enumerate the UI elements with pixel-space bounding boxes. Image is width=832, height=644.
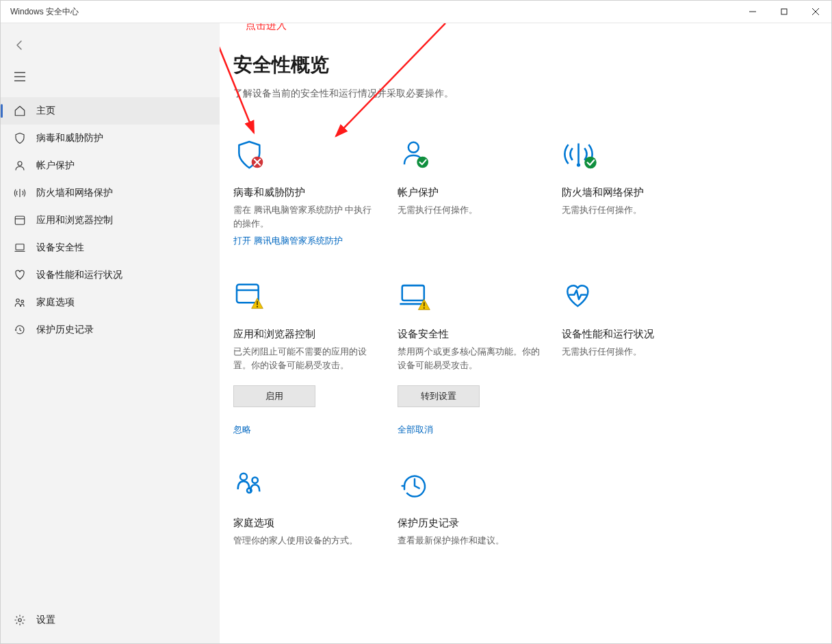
sidebar-item-label: 设备性能和运行状况 xyxy=(36,269,122,281)
device-warning-icon xyxy=(398,280,562,318)
card-firewall[interactable]: 防火墙和网络保护 无需执行任何操作。 xyxy=(562,138,726,247)
card-history[interactable]: 保护历史记录 查看最新保护操作和建议。 xyxy=(398,469,562,548)
sidebar-item-virus[interactable]: 病毒和威胁防护 xyxy=(1,125,220,152)
sidebar-item-device[interactable]: 设备安全性 xyxy=(1,234,220,261)
ignore-link[interactable]: 忽略 xyxy=(233,424,398,436)
sidebar: 主页 病毒和威胁防护 帐户保护 防火墙和网络保护 xyxy=(1,23,220,643)
card-desc: 已关闭阻止可能不需要的应用的设置。你的设备可能易受攻击。 xyxy=(233,345,377,372)
svg-point-33 xyxy=(240,473,247,480)
card-desc: 无需执行任何操作。 xyxy=(562,203,705,217)
sidebar-item-label: 家庭选项 xyxy=(36,296,75,309)
card-virus[interactable]: 病毒和威胁防护 需在 腾讯电脑管家系统防护 中执行的操作。 打开 腾讯电脑管家系… xyxy=(233,138,398,247)
card-desc: 禁用两个或更多核心隔离功能。你的设备可能易受攻击。 xyxy=(398,345,541,372)
health-icon xyxy=(562,280,726,318)
heart-icon xyxy=(13,268,27,282)
goto-settings-button[interactable]: 转到设置 xyxy=(398,385,480,407)
app-window: Windows 安全中心 xyxy=(0,0,832,644)
laptop-icon xyxy=(13,241,27,255)
sidebar-item-settings[interactable]: 设置 xyxy=(1,606,220,634)
card-title: 应用和浏览器控制 xyxy=(233,328,398,341)
card-title: 保护历史记录 xyxy=(398,517,562,530)
network-icon xyxy=(13,186,27,200)
sidebar-item-label: 病毒和威胁防护 xyxy=(36,132,103,144)
window-controls xyxy=(737,1,831,23)
sidebar-item-firewall[interactable]: 防火墙和网络保护 xyxy=(1,179,220,207)
svg-rect-1 xyxy=(781,9,787,14)
svg-point-28 xyxy=(257,306,258,307)
svg-point-12 xyxy=(16,299,20,302)
svg-point-13 xyxy=(21,300,24,303)
page-subtitle: 了解设备当前的安全性和运行情况并采取必要操作。 xyxy=(233,88,818,100)
card-title: 家庭选项 xyxy=(233,517,398,530)
shield-error-icon xyxy=(233,138,398,177)
card-desc: 查看最新保护操作和建议。 xyxy=(398,534,541,548)
sidebar-item-label: 主页 xyxy=(36,105,55,117)
content: 点击进入 安全性概览 了解设备当前的安全性和运行情况并采取必要操作。 xyxy=(220,23,831,643)
svg-point-14 xyxy=(18,619,22,622)
svg-rect-29 xyxy=(402,285,424,300)
sidebar-item-home[interactable]: 主页 xyxy=(1,97,220,125)
annotation-label: 点击进入 xyxy=(246,23,287,32)
sidebar-item-label: 帐户保护 xyxy=(36,159,75,172)
window-title: Windows 安全中心 xyxy=(10,6,79,18)
sidebar-item-label: 应用和浏览器控制 xyxy=(36,214,113,227)
svg-point-34 xyxy=(252,477,258,482)
enable-button[interactable]: 启用 xyxy=(233,385,315,407)
family-icon xyxy=(13,296,27,309)
minimize-button[interactable] xyxy=(737,1,768,23)
card-title: 病毒和威胁防护 xyxy=(233,186,398,199)
svg-point-24 xyxy=(584,157,597,169)
family-big-icon xyxy=(233,469,398,507)
body: 主页 病毒和威胁防护 帐户保护 防火墙和网络保护 xyxy=(1,23,831,643)
svg-rect-25 xyxy=(237,285,259,303)
app-icon xyxy=(13,214,27,227)
account-icon xyxy=(13,159,27,172)
sidebar-item-performance[interactable]: 设备性能和运行状况 xyxy=(1,261,220,289)
sidebar-item-family[interactable]: 家庭选项 xyxy=(1,289,220,316)
sidebar-item-label: 设置 xyxy=(36,614,55,626)
open-tencent-link[interactable]: 打开 腾讯电脑管家系统防护 xyxy=(233,235,398,247)
cards-grid: 病毒和威胁防护 需在 腾讯电脑管家系统防护 中执行的操作。 打开 腾讯电脑管家系… xyxy=(233,138,818,548)
card-title: 设备性能和运行状况 xyxy=(562,328,726,341)
gear-icon xyxy=(13,613,27,627)
history-icon xyxy=(13,323,27,337)
card-title: 防火墙和网络保护 xyxy=(562,186,726,199)
card-desc: 无需执行任何操作。 xyxy=(562,345,705,359)
shield-icon xyxy=(13,131,27,145)
sidebar-item-label: 设备安全性 xyxy=(36,242,84,254)
card-title: 帐户保护 xyxy=(398,186,562,199)
network-ok-icon xyxy=(562,138,726,177)
titlebar: Windows 安全中心 xyxy=(1,1,831,23)
card-desc: 管理你的家人使用设备的方式。 xyxy=(233,534,377,548)
maximize-button[interactable] xyxy=(768,1,800,23)
svg-rect-10 xyxy=(16,244,24,250)
sidebar-item-label: 保护历史记录 xyxy=(36,324,94,336)
svg-point-7 xyxy=(18,162,22,166)
dismiss-all-link[interactable]: 全部取消 xyxy=(398,424,562,436)
sidebar-item-account[interactable]: 帐户保护 xyxy=(1,152,220,179)
card-performance[interactable]: 设备性能和运行状况 无需执行任何操作。 xyxy=(562,280,726,435)
card-appbrowser[interactable]: 应用和浏览器控制 已关闭阻止可能不需要的应用的设置。你的设备可能易受攻击。 启用… xyxy=(233,280,398,435)
card-device[interactable]: 设备安全性 禁用两个或更多核心隔离功能。你的设备可能易受攻击。 转到设置 全部取… xyxy=(398,280,562,435)
card-family[interactable]: 家庭选项 管理你的家人使用设备的方式。 xyxy=(233,469,398,548)
sidebar-item-history[interactable]: 保护历史记录 xyxy=(1,316,220,344)
sidebar-item-appbrowser[interactable]: 应用和浏览器控制 xyxy=(1,207,220,234)
svg-point-35 xyxy=(247,488,252,493)
sidebar-item-label: 防火墙和网络保护 xyxy=(36,187,113,199)
card-account[interactable]: 帐户保护 无需执行任何操作。 xyxy=(398,138,562,247)
svg-line-16 xyxy=(336,23,445,136)
svg-rect-8 xyxy=(15,216,25,224)
card-desc: 需在 腾讯电脑管家系统防护 中执行的操作。 xyxy=(233,203,377,231)
card-title: 设备安全性 xyxy=(398,328,562,341)
history-big-icon xyxy=(398,469,562,507)
home-icon xyxy=(13,104,27,118)
app-warning-icon xyxy=(233,280,398,318)
svg-point-23 xyxy=(577,163,580,166)
back-button[interactable] xyxy=(3,31,36,59)
svg-point-32 xyxy=(424,307,425,309)
menu-button[interactable] xyxy=(3,63,36,90)
account-ok-icon xyxy=(398,138,562,177)
close-button[interactable] xyxy=(800,1,831,23)
svg-point-21 xyxy=(417,157,428,168)
svg-point-20 xyxy=(408,142,419,153)
